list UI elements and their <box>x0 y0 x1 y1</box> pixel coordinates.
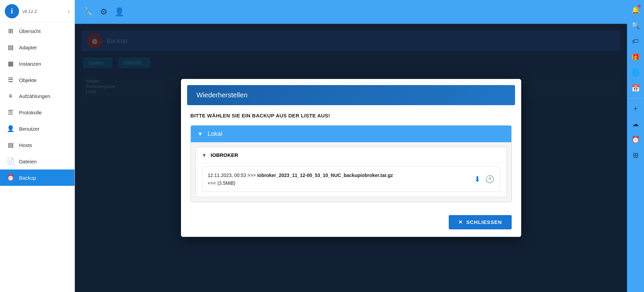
hosts-icon: ▤ <box>7 141 14 149</box>
objekte-icon: ☰ <box>7 76 14 84</box>
sidebar-item-benutzer[interactable]: 👤Benutzer <box>0 120 75 137</box>
sidebar-item-protokolle[interactable]: ☰Protokolle <box>0 104 75 120</box>
right-sidebar: 🔔 🔍 🏷 🎁 🌐 📅 ＋ ☁ ⏰ ⊞ <box>627 0 644 292</box>
right-bar-divider <box>629 98 642 98</box>
sidebar-label-instanzen: Instanzen <box>19 61 41 67</box>
sidebar-label-backup: Backup <box>19 175 36 181</box>
sidebar-item-uebersicht[interactable]: ⊞Übersicht <box>0 23 75 39</box>
user-icon[interactable]: 👤 <box>114 7 125 17</box>
sidebar-label-dateien: Dateien <box>19 159 37 164</box>
sidebar-item-instanzen[interactable]: ▦Instanzen <box>0 55 75 72</box>
close-icon: ✕ <box>458 219 463 225</box>
download-button[interactable]: ⬇ <box>474 175 480 184</box>
calendar-icon[interactable]: 📅 <box>628 81 643 95</box>
sidebar-label-uebersicht: Übersicht <box>19 28 40 34</box>
lokal-body: ▼ IOBROKER 12.11.2023, 00:53 >>> iobroke… <box>191 142 511 202</box>
sidebar-label-adapter: Adapter <box>19 45 37 50</box>
modal-instruction: BITTE WÄHLEN SIE EIN BACKUP AUS DER LIST… <box>191 113 512 118</box>
instanzen-icon: ▦ <box>7 60 14 67</box>
cloud-icon[interactable]: ☁ <box>628 117 643 131</box>
sidebar-label-aufzaehlungen: Aufzählungen <box>19 93 50 99</box>
sidebar-item-backup[interactable]: ⏰Backup <box>0 169 75 186</box>
backup-size: (3.5MiB) <box>217 180 235 186</box>
sidebar-label-protokolle: Protokolle <box>19 110 42 115</box>
sidebar-collapse-button[interactable]: ‹ <box>68 8 70 15</box>
modal-dialog: Wiederherstellen BITTE WÄHLEN SIE EIN BA… <box>181 79 521 237</box>
sidebar: i v6.12.2 ‹ ⊞Übersicht▤Adapter▦Instanzen… <box>0 0 75 292</box>
lokal-header[interactable]: ▼ Lokal <box>191 126 511 142</box>
tag-icon[interactable]: 🏷 <box>628 34 643 48</box>
modal-header: Wiederherstellen <box>187 85 515 105</box>
grid-icon[interactable]: ⊞ <box>628 148 643 162</box>
benutzer-icon: 👤 <box>7 125 14 132</box>
globe-icon[interactable]: 🌐 <box>628 65 643 80</box>
lokal-chevron-icon: ▼ <box>198 131 203 137</box>
sidebar-label-benutzer: Benutzer <box>19 126 39 132</box>
backup-size-label: <<< <box>208 180 217 186</box>
modal-body: BITTE WÄHLEN SIE EIN BACKUP AUS DER LIST… <box>181 105 521 210</box>
notification-icon[interactable]: 🔔 <box>628 3 643 17</box>
content-background: ⏰ Backup System... IOBROK... Wieder... S… <box>75 24 627 292</box>
iobroker-section: ▼ IOBROKER 12.11.2023, 00:53 >>> iobroke… <box>196 147 507 197</box>
sidebar-version: v6.12.2 <box>22 9 64 14</box>
sidebar-label-hosts: Hosts <box>19 142 32 148</box>
iobroker-label: IOBROKER <box>211 152 238 158</box>
sidebar-header: i v6.12.2 ‹ <box>0 0 75 23</box>
gift-icon[interactable]: 🎁 <box>628 50 643 64</box>
sidebar-label-objekte: Objekte <box>19 77 37 83</box>
lokal-section: ▼ Lokal ▼ IOBROKER <box>191 125 512 202</box>
adapter-icon: ▤ <box>7 44 14 51</box>
lokal-label: Lokal <box>208 130 222 137</box>
modal-overlay: Wiederherstellen BITTE WÄHLEN SIE EIN BA… <box>75 24 627 292</box>
main-content: 🔧 ⚙ 👤 ⏰ Backup System... IOBROK... Wiede… <box>75 0 627 292</box>
wrench-icon[interactable]: 🔧 <box>83 7 93 17</box>
sidebar-item-objekte[interactable]: ☰Objekte <box>0 72 75 88</box>
iobroker-chevron-icon: ▼ <box>202 152 207 158</box>
aufzaehlungen-icon: ≡ <box>7 93 14 100</box>
topbar: 🔧 ⚙ 👤 <box>75 0 627 24</box>
uebersicht-icon: ⊞ <box>7 27 14 35</box>
gear-icon[interactable]: ⚙ <box>100 7 108 17</box>
clock-icon[interactable]: ⏰ <box>628 132 643 147</box>
close-button[interactable]: ✕ SCHLIESSEN <box>449 215 512 229</box>
backup-info: 12.11.2023, 00:53 >>> iobroker_2023_11_1… <box>208 172 393 187</box>
iobroker-body: 12.11.2023, 00:53 >>> iobroker_2023_11_1… <box>196 163 506 197</box>
iobroker-header[interactable]: ▼ IOBROKER <box>196 147 506 163</box>
sidebar-item-hosts[interactable]: ▤Hosts <box>0 137 75 153</box>
backup-entry: 12.11.2023, 00:53 >>> iobroker_2023_11_1… <box>202 166 500 192</box>
sidebar-item-adapter[interactable]: ▤Adapter <box>0 39 75 55</box>
protokolle-icon: ☰ <box>7 109 14 116</box>
backup-filename: iobroker_2023_11_12-00_53_10_NUC_backupi… <box>257 173 393 178</box>
add-icon[interactable]: ＋ <box>628 101 643 115</box>
sidebar-item-dateien[interactable]: 📄Dateien <box>0 153 75 169</box>
modal-title: Wiederherstellen <box>197 91 248 99</box>
restore-button[interactable]: 🕐 <box>485 175 494 184</box>
backup-icon: ⏰ <box>7 174 14 181</box>
sidebar-item-aufzaehlungen[interactable]: ≡Aufzählungen <box>0 88 75 104</box>
search-icon[interactable]: 🔍 <box>628 18 643 33</box>
backup-actions: ⬇ 🕐 <box>474 175 494 184</box>
dateien-icon: 📄 <box>7 158 14 165</box>
sidebar-nav: ⊞Übersicht▤Adapter▦Instanzen☰Objekte≡Auf… <box>0 23 75 292</box>
sidebar-logo: i <box>5 4 19 18</box>
modal-footer: ✕ SCHLIESSEN <box>181 210 521 237</box>
close-label: SCHLIESSEN <box>466 219 502 225</box>
backup-date: 12.11.2023, 00:53 >>> <box>208 173 257 178</box>
